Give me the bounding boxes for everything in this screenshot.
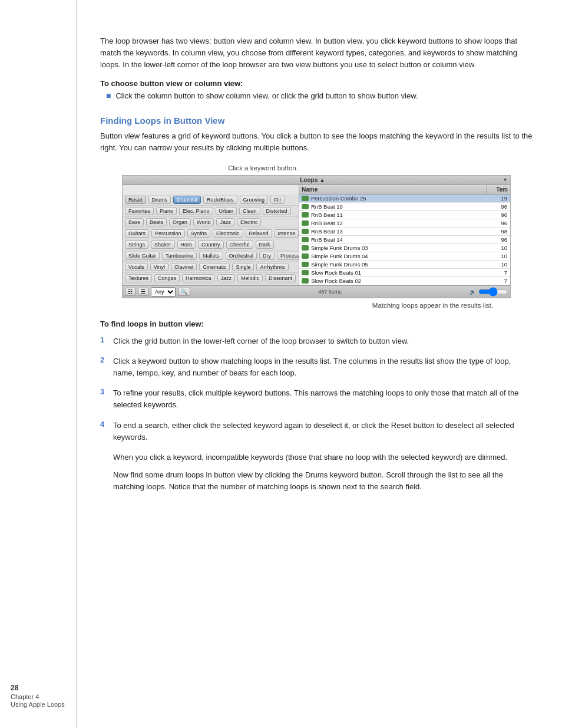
lb-result-row[interactable]: RnB Beat 1398 <box>299 228 510 236</box>
lb-keyword-btn[interactable]: Country <box>198 241 224 249</box>
lb-type-icon <box>301 261 309 267</box>
lb-keyword-btn[interactable]: Vinyl <box>150 263 168 271</box>
lb-keyword-btn[interactable]: Elec. Piano <box>179 207 213 215</box>
lb-keyword-btn[interactable]: Reset <box>125 196 146 204</box>
lb-keyword-btn[interactable]: Favorites <box>125 207 154 215</box>
main-content: The loop browser has two views: button v… <box>77 0 562 728</box>
step-text: To end a search, either click the select… <box>113 420 533 443</box>
lb-keyword-btn[interactable]: Clean <box>239 207 260 215</box>
lb-type-icon <box>301 269 309 275</box>
lb-keyword-btn[interactable]: Arrhythmic <box>256 263 289 271</box>
lb-keyword-btn[interactable]: Percussion <box>151 229 185 238</box>
lb-result-tempo: 96 <box>491 236 508 243</box>
lb-keyword-btn[interactable]: Electric <box>237 218 262 226</box>
lb-type-icon <box>301 195 309 201</box>
lb-keyword-btn[interactable]: Piano <box>156 207 177 215</box>
lb-keyword-btn[interactable]: Relaxed <box>246 229 272 238</box>
lb-result-row[interactable]: RnB Beat 1296 <box>299 219 510 228</box>
lb-view-btn-grid[interactable]: ☷ <box>125 288 135 296</box>
lb-result-name: RnB Beat 11 <box>311 212 491 218</box>
step-number: 4 <box>100 420 113 429</box>
lb-result-row[interactable]: Slow Rock Beats 017 <box>299 269 510 277</box>
lb-keyword-btn[interactable]: Single <box>232 263 254 271</box>
lb-keyword-row: FavoritesPianoElec. PianoUrbanCleanDisto… <box>123 206 299 217</box>
lb-keyword-btn[interactable]: Cheerful <box>226 241 253 249</box>
step-number: 2 <box>100 355 113 364</box>
lb-result-row[interactable]: Simple Funk Drums 0510 <box>299 261 510 269</box>
numbered-step: 2Click a keyword button to show matching… <box>100 355 533 379</box>
lb-kw-col-spacer <box>123 185 299 195</box>
lb-result-name: Percussion Combo 25 <box>311 195 491 202</box>
lb-keyword-btn[interactable]: Grooving <box>240 196 269 204</box>
lb-result-row[interactable]: Slow Rock Beats 027 <box>299 277 510 285</box>
lb-keyword-row: TexturesCongasHarmonicaJazzMelodicDisson… <box>123 273 299 284</box>
lb-search-btn[interactable]: 🔍 <box>178 288 190 296</box>
lb-keyword-btn[interactable]: Bass <box>125 218 144 226</box>
lb-result-name: Simple Funk Drums 03 <box>311 245 491 251</box>
lb-result-row[interactable]: Simple Funk Drums 0410 <box>299 252 510 261</box>
lb-keyword-row: StringsShakerHornCountryCheerfulDark <box>123 239 299 251</box>
lb-keyword-btn[interactable]: Drum Kit <box>173 196 201 204</box>
lb-view-btn-list[interactable]: ☰ <box>138 288 148 296</box>
lb-keyword-btn[interactable]: Jazz <box>217 274 236 282</box>
extra-paragraphs: When you click a keyword, incompatible k… <box>100 452 533 493</box>
lb-result-row[interactable]: Simple Funk Drums 0310 <box>299 244 510 252</box>
lb-col-tempo: Tem <box>487 185 510 194</box>
lb-keyword-btn[interactable]: Clavinet <box>171 263 197 271</box>
section-intro: Button view features a grid of keyword b… <box>100 130 533 154</box>
lb-keyword-btn[interactable]: Congas <box>154 274 180 282</box>
lb-keyword-btn[interactable]: Cinematic <box>199 263 230 271</box>
lb-keywords-panel: ResetDrumsDrum KitRock/BluesGroovingFill… <box>123 195 299 285</box>
lb-scale-select[interactable]: Any <box>151 287 176 297</box>
lb-footer: ☷ ☰ Any 🔍 457 Items 🔈 <box>123 285 510 298</box>
bullet-text: Click the column button to show column v… <box>115 90 418 102</box>
lb-keyword-btn[interactable]: Horn <box>177 241 196 249</box>
lb-keyword-btn[interactable]: Distorted <box>263 207 291 215</box>
lb-result-name: Slow Rock Beats 01 <box>311 269 491 276</box>
lb-keyword-btn[interactable]: Strings <box>125 241 148 249</box>
lb-keyword-btn[interactable]: Tambourine <box>162 252 197 260</box>
lb-keyword-btn[interactable]: Electronic <box>213 229 243 238</box>
lb-keyword-btn[interactable]: Orchestral <box>226 252 257 260</box>
lb-result-row[interactable]: RnB Beat 1496 <box>299 236 510 244</box>
lb-keyword-btn[interactable]: Guitars <box>125 229 149 238</box>
lb-volume-slider[interactable] <box>478 287 508 297</box>
page: 28 Chapter 4 Using Apple Loops The loop … <box>0 0 562 728</box>
lb-type-icon <box>301 220 309 226</box>
steps-list: 1Click the grid button in the lower-left… <box>100 335 533 443</box>
lb-header: Loops ▲ ▼ <box>123 176 510 185</box>
lb-keyword-btn[interactable]: Vocals <box>125 263 148 271</box>
lb-result-row[interactable]: Percussion Combo 2519 <box>299 195 510 203</box>
lb-keyword-btn[interactable]: Shaker <box>151 241 175 249</box>
lb-keyword-btn[interactable]: Intense <box>275 229 299 238</box>
lb-keyword-btn[interactable]: Beats <box>146 218 167 226</box>
lb-keyword-btn[interactable]: Dark <box>256 241 274 249</box>
lb-keyword-btn[interactable]: Urban <box>216 207 237 215</box>
callout-arrow-label: Click a keyword button. <box>228 164 511 172</box>
lb-keyword-btn[interactable]: Harmonica <box>182 274 215 282</box>
lb-type-icon <box>301 253 309 259</box>
numbered-step: 4To end a search, either click the selec… <box>100 420 533 443</box>
lb-result-row[interactable]: RnB Beat 1196 <box>299 211 510 219</box>
lb-result-tempo: 96 <box>491 212 508 218</box>
page-number: 28 <box>11 684 18 692</box>
lb-keyword-btn[interactable]: Melodic <box>237 274 263 282</box>
lb-keyword-btn[interactable]: Textures <box>125 274 152 282</box>
bullet-dot: ■ <box>106 91 111 100</box>
lb-keyword-btn[interactable]: Slide Guitar <box>125 252 160 260</box>
lb-keyword-btn[interactable]: Rock/Blues <box>203 196 237 204</box>
lb-keyword-btn[interactable]: Mallets <box>199 252 223 260</box>
lb-keyword-btn[interactable]: Synths <box>187 229 211 238</box>
lb-keyword-btn[interactable]: Dry <box>259 252 275 260</box>
lb-result-row[interactable]: RnB Beat 1096 <box>299 203 510 211</box>
lb-keyword-btn[interactable]: Organ <box>169 218 191 226</box>
lb-keyword-btn[interactable]: Dissonant <box>265 274 296 282</box>
lb-keyword-btn[interactable]: World <box>193 218 214 226</box>
lb-keyword-btn[interactable]: Fill <box>270 196 285 204</box>
lb-keyword-btn[interactable]: Jazz <box>216 218 234 226</box>
lb-type-icon <box>301 228 309 234</box>
lb-result-tempo: 7 <box>491 269 508 276</box>
lb-volume-icon: 🔈 <box>470 289 476 295</box>
lb-header-title: Loops ▲ <box>125 177 500 183</box>
lb-keyword-btn[interactable]: Drums <box>148 196 171 204</box>
